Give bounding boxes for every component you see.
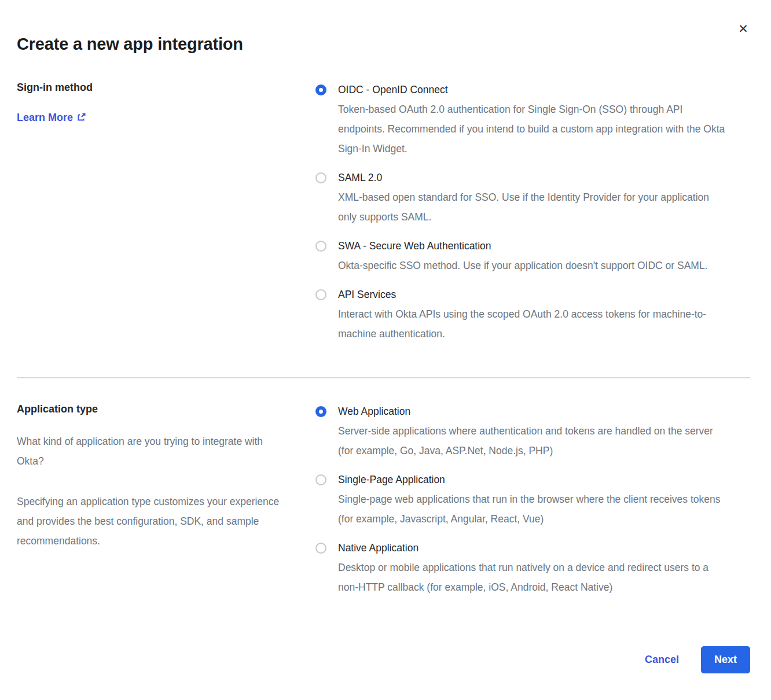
radio-option-native-application[interactable]: Native Application Desktop or mobile app… [315, 538, 750, 597]
radio-option-api-services[interactable]: API Services Interact with Okta APIs usi… [315, 285, 750, 344]
option-desc-swa: Okta-specific SSO method. Use if your ap… [338, 256, 707, 275]
section-divider [17, 377, 750, 378]
option-desc-single-page-application: Single-page web applications that run in… [338, 489, 727, 529]
learn-more-label: Learn More [17, 110, 73, 124]
option-desc-api-services: Interact with Okta APIs using the scoped… [338, 304, 727, 344]
close-icon: ✕ [738, 22, 748, 35]
radio-option-web-application[interactable]: Web Application Server-side applications… [315, 401, 750, 460]
option-label-saml: SAML 2.0 [338, 168, 727, 187]
radio-single-page-application-icon[interactable] [315, 474, 326, 485]
learn-more-link[interactable]: Learn More [17, 110, 86, 125]
radio-saml-icon[interactable] [315, 172, 326, 183]
application-type-options: Web Application Server-side applications… [315, 401, 750, 597]
radio-option-saml[interactable]: SAML 2.0 XML-based open standard for SSO… [315, 168, 750, 227]
section-sign-in-method: Sign-in method Learn More OIDC - OpenID … [17, 80, 750, 344]
option-desc-web-application: Server-side applications where authentic… [338, 421, 727, 460]
option-label-swa: SWA - Secure Web Authentication [338, 236, 707, 256]
radio-oidc-icon[interactable] [315, 84, 326, 95]
dialog-footer: Cancel Next [645, 646, 750, 673]
option-label-api-services: API Services [338, 285, 727, 304]
radio-web-application-icon[interactable] [315, 406, 326, 417]
sign-in-method-left-column: Sign-in method Learn More [17, 80, 315, 125]
application-type-heading: Application type [17, 401, 292, 417]
radio-api-services-icon[interactable] [315, 289, 326, 300]
external-link-icon [77, 111, 86, 125]
option-label-native-application: Native Application [338, 538, 727, 558]
radio-option-single-page-application[interactable]: Single-Page Application Single-page web … [315, 470, 750, 529]
option-label-web-application: Web Application [338, 401, 727, 421]
sign-in-method-options: OIDC - OpenID Connect Token-based OAuth … [315, 80, 750, 344]
sign-in-method-heading: Sign-in method [17, 80, 292, 95]
option-desc-oidc: Token-based OAuth 2.0 authentication for… [338, 100, 727, 159]
next-button[interactable]: Next [701, 646, 750, 673]
application-type-left-column: Application type What kind of applicatio… [17, 401, 315, 551]
option-label-single-page-application: Single-Page Application [338, 470, 727, 489]
radio-swa-icon[interactable] [315, 241, 326, 252]
radio-option-oidc[interactable]: OIDC - OpenID Connect Token-based OAuth … [315, 80, 750, 159]
section-application-type: Application type What kind of applicatio… [17, 401, 750, 597]
application-type-question: What kind of application are you trying … [17, 432, 292, 471]
radio-native-application-icon[interactable] [315, 543, 326, 554]
option-desc-saml: XML-based open standard for SSO. Use if … [338, 187, 727, 227]
close-button[interactable]: ✕ [735, 21, 751, 37]
application-type-explainer: Specifying an application type customize… [17, 492, 292, 551]
dialog-title: Create a new app integration [17, 34, 750, 54]
option-desc-native-application: Desktop or mobile applications that run … [338, 558, 727, 597]
option-label-oidc: OIDC - OpenID Connect [338, 80, 727, 100]
create-app-integration-dialog: ✕ Create a new app integration Sign-in m… [0, 0, 771, 700]
radio-option-swa[interactable]: SWA - Secure Web Authentication Okta-spe… [315, 236, 750, 275]
cancel-button[interactable]: Cancel [645, 654, 679, 666]
